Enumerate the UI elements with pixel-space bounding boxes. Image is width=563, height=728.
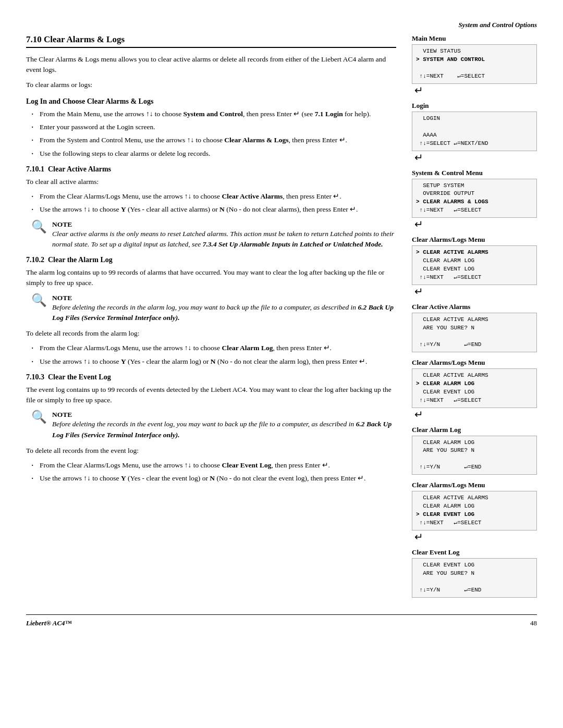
list-item: Use the following steps to clear alarms … — [31, 149, 396, 159]
clear-event-log-label: Clear Event Log — [412, 548, 537, 557]
log-in-bullets: From the Main Menu, use the arrows ↑↓ to… — [26, 109, 396, 159]
intro-p1: The Clear Alarms & Logs menu allows you … — [26, 54, 396, 76]
note-content: NOTE Before deleting the records in the … — [52, 411, 396, 440]
system-control-menu-screen: SETUP SYSTEM OVERRIDE OUTPUT > CLEAR ALA… — [412, 179, 537, 218]
list-item: From the System and Control Menu, use th… — [31, 135, 396, 145]
subsection-7103-title: 7.10.3 Clear the Event Log — [26, 373, 396, 381]
list-item: Use the arrows ↑↓ to choose Y (Yes - cle… — [31, 473, 396, 484]
footer: Liebert® AC4™ 48 — [26, 614, 537, 627]
arrow-down-icon: ↵ — [414, 286, 537, 297]
subsection-7103-bullets: From the Clear Alarms/Logs Menu, use the… — [26, 460, 396, 484]
note-7103: 🔍 NOTE Before deleting the records in th… — [31, 411, 396, 440]
note-icon: 🔍 — [31, 219, 47, 234]
left-column: 7.10 Clear Alarms & Logs The Clear Alarm… — [26, 34, 396, 599]
clear-alarms-logs-menu-2-label: Clear Alarms/Logs Menu — [412, 359, 537, 367]
subsection-7103-intro: The event log contains up to 99 records … — [26, 385, 396, 406]
note-content: NOTE Clear active alarms is the only mea… — [52, 220, 396, 250]
list-item: From the Clear Alarms/Logs Menu, use the… — [31, 343, 396, 353]
arrow-down-icon: ↵ — [414, 152, 537, 163]
clear-active-alarms-screen: CLEAR ACTIVE ALARMS ARE YOU SURE? N ↑↓=Y… — [412, 313, 537, 352]
note-text: Before deleting the records in the alarm… — [52, 302, 396, 324]
clear-alarms-logs-menu-1-label: Clear Alarms/Logs Menu — [412, 236, 537, 244]
clear-event-log-screen: CLEAR EVENT LOG ARE YOU SURE? N ↑↓=Y/N ↵… — [412, 558, 537, 598]
delete-event-intro: To delete all records from the event log… — [26, 446, 396, 456]
note-label: NOTE — [52, 411, 396, 419]
note-text: Clear active alarms is the only means to… — [52, 229, 396, 250]
right-column: Main Menu VIEW STATUS > SYSTEM AND CONTR… — [412, 34, 537, 599]
note-text: Before deleting the records in the event… — [52, 419, 396, 440]
login-label: Login — [412, 102, 537, 110]
clear-alarms-logs-menu-2-screen: CLEAR ACTIVE ALARMS > CLEAR ALARM LOG CL… — [412, 368, 537, 408]
note-7101: 🔍 NOTE Clear active alarms is the only m… — [31, 220, 396, 250]
note-7102: 🔍 NOTE Before deleting the records in th… — [31, 294, 396, 324]
section-number: 7.10 — [26, 34, 42, 44]
list-item: Use the arrows ↑↓ to choose Y (Yes - cle… — [31, 204, 396, 215]
arrow-down-icon: ↵ — [414, 219, 537, 229]
note-label: NOTE — [52, 294, 396, 302]
page: System and Control Options 7.10 Clear Al… — [0, 0, 563, 659]
list-item: From the Main Menu, use the arrows ↑↓ to… — [31, 109, 396, 119]
delete-alarm-intro: To delete all records from the alarm log… — [26, 328, 396, 339]
list-item: Use the arrows ↑↓ to choose Y (Yes - cle… — [31, 356, 396, 367]
arrow-down-icon: ↵ — [414, 532, 537, 542]
subsection-7102-title: 7.10.2 Clear the Alarm Log — [26, 256, 396, 264]
log-in-heading: Log In and Choose Clear Alarms & Logs — [26, 97, 396, 106]
main-menu-label: Main Menu — [412, 34, 537, 43]
note-icon: 🔍 — [31, 410, 47, 424]
content-wrapper: 7.10 Clear Alarms & Logs The Clear Alarm… — [26, 34, 537, 599]
arrow-down-icon: ↵ — [414, 409, 537, 419]
clear-alarms-logs-menu-1-screen: > CLEAR ACTIVE ALARMS CLEAR ALARM LOG CL… — [412, 245, 537, 285]
subsection-7101-bullets: From the Clear Alarms/Logs Menu, use the… — [26, 191, 396, 215]
clear-alarms-logs-menu-3-screen: CLEAR ACTIVE ALARMS CLEAR ALARM LOG > CL… — [412, 491, 537, 530]
intro-p2: To clear alarms or logs: — [26, 80, 396, 90]
list-item: Enter your password at the Login screen. — [31, 122, 396, 132]
login-screen: LOGIN AAAA ↑↓=SELECT ↵=NEXT/END — [412, 112, 537, 151]
clear-alarms-logs-menu-3-label: Clear Alarms/Logs Menu — [412, 481, 537, 489]
note-label: NOTE — [52, 220, 396, 229]
footer-brand: Liebert® AC4™ — [26, 619, 72, 627]
section-title: 7.10 Clear Alarms & Logs — [26, 34, 396, 48]
header-section-label: System and Control Options — [26, 21, 537, 29]
note-content: NOTE Before deleting the records in the … — [52, 294, 396, 324]
subsection-7102-intro: The alarm log contains up to 99 records … — [26, 267, 396, 289]
subsection-7101-title: 7.10.1 Clear Active Alarms — [26, 165, 396, 174]
note-icon: 🔍 — [31, 293, 47, 307]
list-item: From the Clear Alarms/Logs Menu, use the… — [31, 460, 396, 471]
clear-active-alarms-label: Clear Active Alarms — [412, 303, 537, 311]
clear-alarm-log-screen: CLEAR ALARM LOG ARE YOU SURE? N ↑↓=Y/N ↵… — [412, 436, 537, 475]
list-item: From the Clear Alarms/Logs Menu, use the… — [31, 191, 396, 202]
subsection-7101-intro: To clear all active alarms: — [26, 177, 396, 187]
arrow-down-icon: ↵ — [414, 85, 537, 95]
section-heading: Clear Alarms & Logs — [44, 34, 125, 44]
subsection-7102-bullets: From the Clear Alarms/Logs Menu, use the… — [26, 343, 396, 367]
footer-page: 48 — [530, 619, 537, 627]
clear-alarm-log-label: Clear Alarm Log — [412, 426, 537, 434]
main-menu-screen: VIEW STATUS > SYSTEM AND CONTROL ↑↓=NEXT… — [412, 44, 537, 84]
system-control-menu-label: System & Control Menu — [412, 169, 537, 177]
